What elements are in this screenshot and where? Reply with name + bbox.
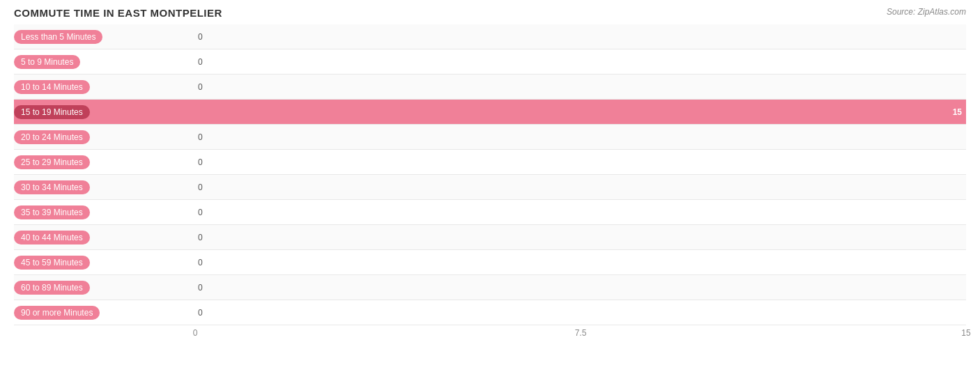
bar-row: 15 to 19 Minutes15 [14,100,966,125]
bar-zero-value: 0 [198,283,203,293]
bar-label-pill: 40 to 44 Minutes [14,231,90,244]
bar-label-container: 5 to 9 Minutes [14,55,195,69]
bar-area: 0 [195,200,966,224]
bar-label-container: 40 to 44 Minutes [14,231,195,244]
bar-area: 0 [195,175,966,199]
chart-source: Source: ZipAtlas.com [887,7,966,17]
bar-label-pill: 15 to 19 Minutes [14,105,90,119]
bar-zero-value: 0 [198,157,203,167]
bar-area: 0 [195,150,966,174]
x-axis-label: 15 [961,328,970,338]
bar-label-container: 90 or more Minutes [14,306,195,320]
bar-label-pill: 45 to 59 Minutes [14,256,90,270]
bar-row: 10 to 14 Minutes0 [14,75,966,100]
chart-title: COMMUTE TIME IN EAST MONTPELIER [14,7,222,19]
bar-label-container: 30 to 34 Minutes [14,180,195,194]
bar-label-pill: Less than 5 Minutes [14,30,102,44]
bar-zero-value: 0 [198,32,203,42]
bar-row: 5 to 9 Minutes0 [14,49,966,75]
bar-row: 35 to 39 Minutes0 [14,200,966,225]
bar-label-container: 45 to 59 Minutes [14,256,195,270]
bar-row: 20 to 24 Minutes0 [14,125,966,150]
bar-label-container: 15 to 19 Minutes [14,105,195,119]
bar-label-pill: 35 to 39 Minutes [14,205,90,219]
bar-row: 60 to 89 Minutes0 [14,275,966,300]
bar-zero-value: 0 [198,233,203,242]
bar-row: Less than 5 Minutes0 [14,24,966,49]
bars-area: Less than 5 Minutes05 to 9 Minutes010 to… [14,24,966,325]
bar-label-pill: 30 to 34 Minutes [14,180,90,194]
bar-area: 0 [195,300,966,325]
bar-zero-value: 0 [198,258,203,267]
x-axis-label: 7.5 [575,328,587,338]
bar-zero-value: 0 [198,308,203,318]
bar-label-pill: 90 or more Minutes [14,306,100,320]
chart-header: COMMUTE TIME IN EAST MONTPELIER Source: … [14,7,966,19]
bar-area: 0 [195,275,966,300]
bar-label-container: Less than 5 Minutes [14,30,195,44]
bar-value-inside: 15 [953,107,962,117]
bar-zero-value: 0 [198,82,203,92]
bar-label-container: 25 to 29 Minutes [14,155,195,169]
bar-area: 0 [195,24,966,49]
bar-label-container: 35 to 39 Minutes [14,205,195,219]
bar-fill: 15 [195,104,966,120]
bar-area: 15 [195,100,966,124]
bar-row: 40 to 44 Minutes0 [14,225,966,250]
bar-area: 0 [195,49,966,74]
bar-zero-value: 0 [198,132,203,142]
x-axis: 07.515 [195,328,966,342]
bar-label-container: 60 to 89 Minutes [14,281,195,295]
bar-label-pill: 20 to 24 Minutes [14,130,90,144]
bar-row: 25 to 29 Minutes0 [14,150,966,175]
bar-label-pill: 60 to 89 Minutes [14,281,90,295]
bar-area: 0 [195,250,966,274]
x-axis-label: 0 [193,328,198,338]
bar-zero-value: 0 [198,182,203,192]
bar-row: 30 to 34 Minutes0 [14,175,966,200]
bar-label-pill: 5 to 9 Minutes [14,55,80,69]
bar-row: 45 to 59 Minutes0 [14,250,966,275]
bar-area: 0 [195,75,966,99]
bar-label-container: 20 to 24 Minutes [14,130,195,144]
bar-label-pill: 25 to 29 Minutes [14,155,90,169]
bar-label-pill: 10 to 14 Minutes [14,80,90,94]
bar-zero-value: 0 [198,208,203,217]
chart-container: COMMUTE TIME IN EAST MONTPELIER Source: … [0,0,980,365]
bar-label-container: 10 to 14 Minutes [14,80,195,94]
bar-row: 90 or more Minutes0 [14,300,966,325]
bar-zero-value: 0 [198,57,203,67]
bar-area: 0 [195,225,966,249]
bar-area: 0 [195,125,966,149]
